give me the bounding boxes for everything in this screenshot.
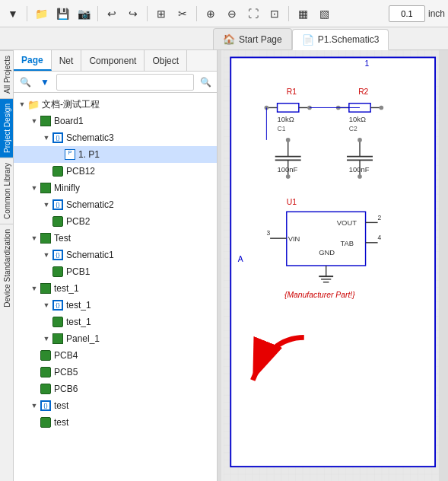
zoom-area-button[interactable]: ⊡: [265, 4, 284, 24]
layer-button[interactable]: ▧: [314, 4, 334, 24]
tree-item-pcb5[interactable]: PCB5: [14, 364, 217, 381]
tree-toggle-test_sch[interactable]: ▼: [29, 400, 40, 411]
grid-value-input[interactable]: 0.1: [389, 5, 425, 22]
tree-icon-test_1_sch: {}: [52, 299, 64, 311]
tree-icon-schematic3: {}: [52, 132, 64, 144]
tree-toggle-test_pcb[interactable]: [29, 417, 40, 428]
tree-toggle-test[interactable]: ▼: [29, 233, 40, 244]
svg-text:VOUT: VOUT: [337, 218, 357, 227]
tree-toggle-test_1_root[interactable]: ▼: [29, 283, 40, 294]
panel-tab-net[interactable]: Net: [52, 50, 82, 71]
tree-toggle-test_1_pcb[interactable]: [41, 317, 52, 327]
tree-toggle-pcb12[interactable]: [41, 166, 52, 177]
tree-toggle-minifly[interactable]: ▼: [29, 183, 40, 193]
panel-tab-object[interactable]: Object: [145, 50, 187, 71]
tree-label-root: 文档-测试工程: [42, 98, 100, 111]
canvas-area[interactable]: 1 A R1 10kΩ C1 R2 10kΩ: [221, 50, 448, 481]
zoom-fit-button[interactable]: ⛶: [243, 4, 263, 24]
tree-item-minifly[interactable]: ▼Minifly: [14, 180, 217, 196]
new-button[interactable]: 📁: [31, 4, 51, 24]
zoom-out-button[interactable]: ⊖: [222, 4, 242, 24]
tree-toggle-pcb1[interactable]: [41, 266, 52, 277]
tab-start-page[interactable]: 🏠 Start Page: [213, 28, 292, 49]
search-icon[interactable]: 🔍: [17, 74, 33, 91]
svg-text:A: A: [238, 255, 243, 263]
save-button[interactable]: 💾: [52, 4, 72, 24]
zoom-in-button[interactable]: ⊕: [201, 4, 221, 24]
tree-item-p1[interactable]: P1. P1: [14, 146, 217, 163]
svg-text:U1: U1: [287, 198, 297, 206]
tree-label-test_1_root: test_1: [54, 283, 79, 294]
unit-label: inch: [428, 8, 445, 19]
tree-label-pcb5: PCB5: [54, 367, 78, 377]
sidebar-item-all-projects[interactable]: All Projects: [0, 50, 13, 98]
sidebar-item-project-design[interactable]: Project Design: [0, 98, 13, 158]
tree-item-pcb4[interactable]: PCB4: [14, 347, 217, 364]
tree-item-pcb2[interactable]: PCB2: [14, 213, 217, 230]
tree-icon-test_1_pcb: [52, 316, 64, 328]
svg-text:VIN: VIN: [288, 234, 300, 243]
tree-item-test_1_sch[interactable]: ▼{}test_1: [14, 297, 217, 314]
tree-item-panel_1[interactable]: ▼Panel_1: [14, 330, 217, 347]
svg-text:100nF: 100nF: [278, 165, 298, 174]
tree-toggle-schematic1[interactable]: ▼: [41, 250, 52, 260]
tree-label-pcb12: PCB12: [66, 166, 95, 177]
tree-toggle-pcb4[interactable]: [29, 350, 40, 361]
svg-text:3: 3: [266, 229, 270, 237]
tree-item-board1[interactable]: ▼Board1: [14, 113, 217, 129]
tree-item-schematic3[interactable]: ▼{}Schematic3: [14, 129, 217, 146]
menu-button[interactable]: ▼: [3, 4, 23, 24]
separator-2: [97, 6, 98, 21]
tree-label-pcb4: PCB4: [54, 350, 78, 361]
toolbar: ▼ 📁 💾 📷 ↩ ↪ ⊞ ✂ ⊕ ⊖ ⛶ ⊡ ▦ ▧ 0.1 inch: [0, 0, 448, 27]
search-input[interactable]: [56, 74, 194, 91]
tree-icon-test_1_root: [40, 282, 52, 295]
tree-toggle-root[interactable]: ▼: [17, 99, 27, 110]
tree-toggle-pcb2[interactable]: [41, 216, 52, 227]
svg-text:1: 1: [365, 59, 370, 68]
svg-point-31: [357, 138, 362, 142]
tree-toggle-p1[interactable]: [53, 149, 64, 160]
sidebar-item-device-standardization[interactable]: Device Standardization: [0, 224, 13, 312]
tree-toggle-board1[interactable]: ▼: [29, 116, 40, 126]
redo-button[interactable]: ↪: [123, 4, 143, 24]
snap-button[interactable]: ▦: [293, 4, 313, 24]
cut-button[interactable]: ✂: [173, 4, 192, 24]
vertical-scrollbar[interactable]: [439, 50, 448, 481]
tree-label-p1: 1. P1: [78, 149, 100, 160]
tree-item-test_1_root[interactable]: ▼test_1: [14, 280, 217, 297]
tree-item-test[interactable]: ▼Test: [14, 230, 217, 247]
grid-input-group: 0.1 inch: [389, 5, 445, 22]
tree-item-pcb12[interactable]: PCB12: [14, 163, 217, 180]
tree-item-test_1_pcb[interactable]: test_1: [14, 314, 217, 330]
tree-icon-pcb2: [52, 215, 64, 228]
svg-rect-6: [278, 104, 299, 112]
tree-item-test_pcb[interactable]: test: [14, 414, 217, 431]
filter-icon[interactable]: ▼: [37, 74, 53, 91]
sidebar-item-common-library[interactable]: Common Library: [0, 158, 13, 224]
separator-3: [147, 6, 148, 21]
tree-icon-pcb12: [52, 165, 64, 177]
tree-item-schematic1[interactable]: ▼{}Schematic1: [14, 247, 217, 263]
tree-toggle-schematic3[interactable]: ▼: [41, 132, 52, 143]
panel-tab-page[interactable]: Page: [14, 50, 52, 71]
schematic3-icon: 📄: [302, 34, 314, 46]
panel-tabs: Page Net Component Object: [14, 50, 217, 72]
tree-toggle-schematic2[interactable]: ▼: [41, 199, 52, 210]
screenshot-button[interactable]: 📷: [74, 4, 94, 24]
grid-button[interactable]: ⊞: [151, 4, 171, 24]
tree-toggle-pcb5[interactable]: [29, 367, 40, 377]
tree-toggle-panel_1[interactable]: ▼: [41, 333, 52, 344]
svg-text:10kΩ: 10kΩ: [278, 115, 294, 123]
search-submit-icon[interactable]: 🔍: [197, 74, 214, 91]
tree-toggle-test_1_sch[interactable]: ▼: [41, 300, 52, 311]
tree-item-schematic2[interactable]: ▼{}Schematic2: [14, 196, 217, 213]
tree-item-root[interactable]: ▼📁文档-测试工程: [14, 96, 217, 113]
tree-toggle-pcb6[interactable]: [29, 384, 40, 394]
tree-item-test_sch[interactable]: ▼{}test: [14, 397, 217, 414]
tree-item-pcb1[interactable]: PCB1: [14, 263, 217, 280]
tree-item-pcb6[interactable]: PCB6: [14, 381, 217, 397]
tab-schematic3[interactable]: 📄 P1.Schematic3: [292, 29, 389, 50]
panel-tab-component[interactable]: Component: [81, 50, 145, 71]
undo-button[interactable]: ↩: [102, 4, 122, 24]
